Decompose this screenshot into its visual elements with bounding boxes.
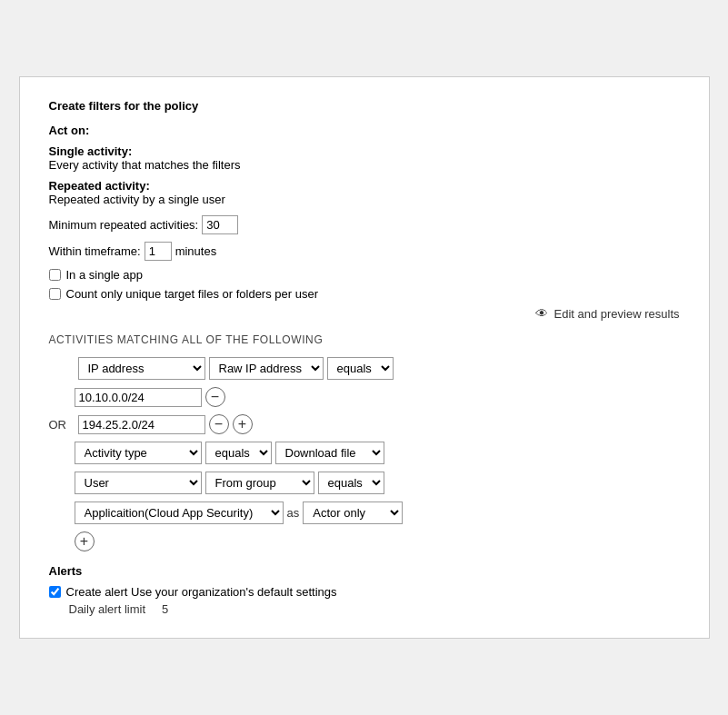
or-label: OR	[49, 418, 75, 432]
filter-row-1b: −	[49, 387, 680, 407]
panel-title: Create filters for the policy	[49, 99, 680, 113]
preview-label[interactable]: Edit and preview results	[553, 307, 679, 321]
filter2-add-button[interactable]: +	[233, 414, 253, 434]
filter5-field-select[interactable]: Applicaition(Cloud App Security)	[75, 501, 284, 524]
filter4-comparator-select[interactable]: equals	[318, 472, 384, 494]
daily-limit-row: Daily alert limit 5	[49, 602, 680, 616]
filter-row-1: IP address Raw IP address equals	[49, 357, 680, 380]
filter-row-2: OR − +	[49, 414, 680, 434]
alerts-create-row: Create alert Use your organization's def…	[49, 585, 680, 599]
repeated-activity-desc: Repeated activity by a single user	[49, 193, 225, 206]
main-panel: Create filters for the policy Act on: Si…	[19, 76, 710, 639]
filter3-comparator-select[interactable]: equals	[205, 442, 272, 464]
single-app-row: In a single app	[49, 268, 680, 282]
timeframe-unit: minutes	[175, 244, 217, 258]
min-repeated-input[interactable]	[202, 215, 238, 234]
filter3-field-select[interactable]: Activity type	[75, 442, 202, 464]
unique-files-label: Count only unique target files or folder…	[66, 287, 319, 301]
activities-section-title: ACTIVITIES MATCHING ALL OF THE FOLLOWING	[49, 333, 680, 346]
filter4-operator-select[interactable]: From group	[205, 472, 314, 494]
min-repeated-row: Minimum repeated activities:	[49, 215, 680, 234]
filter2-value-input[interactable]	[78, 415, 205, 434]
filter1-operator-select[interactable]: Raw IP address	[209, 357, 324, 380]
repeated-activity-title: Repeated activity:	[49, 179, 150, 193]
filter4-field-select[interactable]: User	[75, 472, 202, 494]
single-activity-desc: Every activity that matches the filters	[49, 158, 241, 172]
filter5-role-select[interactable]: Actor only	[303, 501, 403, 524]
add-filter-row: +	[49, 531, 680, 551]
alerts-section: Alerts Create alert Use your organizatio…	[49, 564, 680, 616]
filter1-comparator-select[interactable]: equals	[327, 357, 394, 380]
timeframe-label: Within timeframe:	[49, 244, 141, 258]
act-on-label: Act on:	[49, 124, 680, 137]
preview-row: 👁 Edit and preview results	[49, 306, 680, 321]
eye-icon: 👁	[535, 306, 548, 321]
daily-limit-value: 5	[162, 602, 168, 616]
single-app-checkbox[interactable]	[49, 269, 61, 281]
unique-files-checkbox[interactable]	[49, 288, 61, 300]
create-alert-label: Create alert Use your organization's def…	[66, 585, 337, 599]
add-filter-button[interactable]: +	[75, 531, 95, 551]
single-app-label: In a single app	[66, 268, 144, 282]
single-activity-section: Single activity: Every activity that mat…	[49, 144, 680, 172]
filter1-value-input[interactable]	[75, 388, 202, 407]
unique-files-row: Count only unique target files or folder…	[49, 287, 680, 301]
filter2-remove-button[interactable]: −	[209, 414, 229, 434]
filter3-value-select[interactable]: Download file	[275, 442, 384, 464]
timeframe-input[interactable]	[145, 242, 172, 261]
timeframe-row: Within timeframe: minutes	[49, 242, 680, 261]
filter1-remove-button[interactable]: −	[205, 387, 225, 407]
alerts-title: Alerts	[49, 564, 680, 578]
filter-row-4: User From group equals	[49, 472, 680, 494]
repeated-activity-section: Repeated activity: Repeated activity by …	[49, 179, 680, 206]
filter-row-3: Activity type equals Download file	[49, 442, 680, 464]
create-alert-checkbox[interactable]	[49, 586, 61, 598]
daily-limit-label: Daily alert limit	[69, 602, 146, 616]
single-activity-title: Single activity:	[49, 144, 133, 158]
as-label: as	[287, 506, 300, 520]
filter1-field-select[interactable]: IP address	[78, 357, 205, 380]
min-repeated-label: Minimum repeated activities:	[49, 218, 199, 232]
filter-row-5: Applicaition(Cloud App Security) as Acto…	[49, 501, 680, 524]
